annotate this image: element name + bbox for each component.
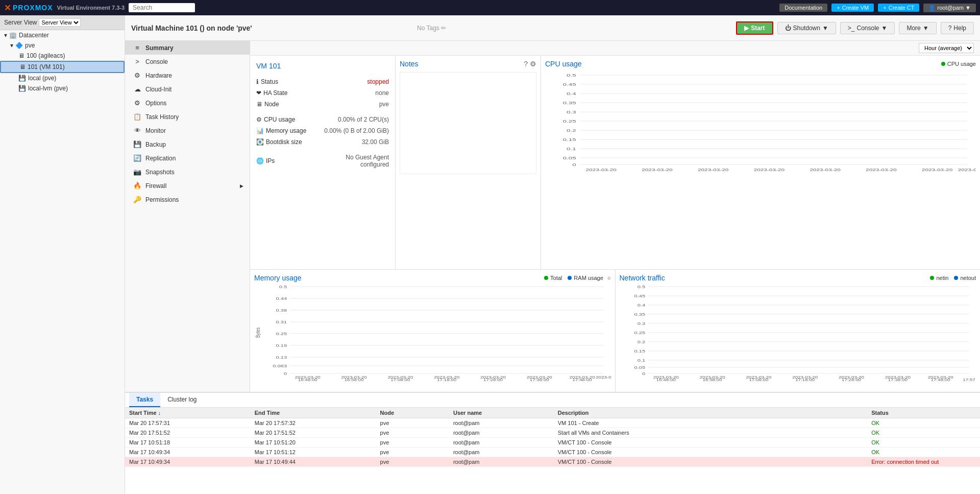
- nav-item-firewall[interactable]: 🔥 Firewall: [125, 179, 250, 193]
- server-view-select[interactable]: Server View: [39, 18, 81, 27]
- panels-bottom: Memory usage Total RAM usage ○: [250, 269, 980, 392]
- memory-chart-title: Memory usage: [254, 274, 302, 282]
- monitor-nav-icon: 👁: [133, 127, 141, 134]
- tasks-bar: Tasks Cluster log Start Time ↓ End Time …: [125, 392, 980, 494]
- ram-legend-label: RAM usage: [574, 275, 603, 281]
- documentation-button[interactable]: Documentation: [779, 4, 827, 12]
- tree-expand-icon: ▾: [4, 32, 7, 39]
- help-button[interactable]: ? Help: [941, 22, 974, 34]
- sidebar-item-datacenter[interactable]: ▾ 🏢 Datacenter: [0, 30, 125, 40]
- task-end-2: Mar 20 17:51:52: [255, 430, 380, 436]
- svg-text:0.5: 0.5: [637, 285, 645, 289]
- nav-item-hardware[interactable]: ⚙ Hardware: [125, 68, 250, 82]
- more-button[interactable]: More ▼: [899, 22, 936, 34]
- memory-toggle-icon[interactable]: ○: [607, 275, 611, 281]
- svg-text:0.15: 0.15: [634, 349, 645, 354]
- create-vm-button[interactable]: + Create VM: [831, 4, 874, 12]
- svg-text:0: 0: [284, 371, 287, 376]
- start-button[interactable]: ▶ Start: [736, 21, 773, 35]
- task-desc-5: VM/CT 100 - Console: [558, 459, 871, 465]
- col-start-time[interactable]: Start Time ↓: [129, 410, 255, 416]
- cluster-log-tab[interactable]: Cluster log: [160, 393, 204, 407]
- tasks-tab[interactable]: Tasks: [129, 393, 160, 407]
- vm-info-row-ips: 🌐 IPs No Guest Agent configured: [256, 152, 389, 170]
- table-row[interactable]: Mar 20 17:51:52 Mar 20 17:51:52 pve root…: [125, 428, 980, 438]
- nav-item-cloud-init[interactable]: ☁ Cloud-Init: [125, 82, 250, 96]
- nav-item-snapshots[interactable]: 📷 Snapshots: [125, 165, 250, 179]
- ha-value: none: [315, 89, 389, 97]
- nav-item-replication[interactable]: 🔄 Replication: [125, 151, 250, 165]
- total-legend-label: Total: [550, 275, 562, 281]
- task-end-3: Mar 17 10:51:20: [255, 439, 380, 445]
- table-row[interactable]: Mar 17 10:49:34 Mar 17 10:49:44 pve root…: [125, 457, 980, 467]
- svg-text:0.1: 0.1: [567, 147, 576, 151]
- proxmox-logo-text: PROXMOX: [13, 4, 53, 12]
- task-status-4: OK: [871, 449, 976, 455]
- table-row[interactable]: Mar 17 10:51:18 Mar 17 10:51:20 pve root…: [125, 438, 980, 448]
- user-menu-button[interactable]: 👤 root@pam ▼: [923, 4, 976, 12]
- edit-tags-icon: ✏: [441, 25, 446, 32]
- sidebar-item-101[interactable]: 🖥 101 (VM 101): [0, 61, 125, 73]
- task-node-4: pve: [380, 449, 453, 455]
- cpu-legend-label: CPU usage: [947, 61, 976, 67]
- nav-label-backup: Backup: [145, 141, 166, 148]
- nav-item-console[interactable]: > Console: [125, 55, 250, 68]
- console-button[interactable]: >_ Console ▼: [840, 22, 895, 34]
- nav-item-backup[interactable]: 💾 Backup: [125, 137, 250, 151]
- memory-icon: 📊: [256, 127, 264, 134]
- sidebar-item-local[interactable]: 💾 local (pve): [0, 73, 125, 83]
- svg-text:0: 0: [642, 371, 646, 376]
- nav-item-task-history[interactable]: 📋 Task History: [125, 110, 250, 124]
- svg-text:0.38: 0.38: [276, 308, 287, 313]
- tags-area[interactable]: No Tags ✏: [417, 25, 446, 32]
- sidebar-item-pve[interactable]: ▾ 🔷 pve: [0, 40, 125, 51]
- notes-help-icon[interactable]: ?: [524, 60, 528, 68]
- right-panels: Hour (average) VM 101 ℹ Status: [250, 41, 980, 392]
- task-user-1: root@pam: [453, 420, 558, 426]
- task-node-1: pve: [380, 420, 453, 426]
- task-start-1: Mar 20 17:57:31: [129, 420, 255, 426]
- create-ct-button[interactable]: + Create CT: [878, 4, 919, 12]
- vm-info-panel: VM 101 ℹ Status stopped ❤: [250, 56, 396, 269]
- sidebar-item-100[interactable]: 🖥 100 (agileacs): [0, 51, 125, 61]
- nav-item-permissions[interactable]: 🔑 Permissions: [125, 193, 250, 206]
- vm-info-row-cpu: ⚙ CPU usage 0.00% of 2 CPU(s): [256, 114, 389, 125]
- memory-chart-svg: 0.5 0.44 0.38 0.31 0.25 0.19 0.13 0.063 …: [254, 284, 611, 381]
- sidebar-item-local-lvm[interactable]: 💾 local-lvm (pve): [0, 83, 125, 93]
- table-row[interactable]: Mar 17 10:49:34 Mar 17 10:51:12 pve root…: [125, 448, 980, 457]
- nav-item-monitor[interactable]: 👁 Monitor: [125, 124, 250, 137]
- node-label: 🖥 Node: [256, 101, 312, 108]
- task-start-4: Mar 17 10:49:34: [129, 449, 255, 455]
- tasks-tabs: Tasks Cluster log: [125, 393, 980, 408]
- notes-edit-icon[interactable]: ⚙: [530, 60, 536, 68]
- ha-icon: ❤: [256, 89, 261, 97]
- shutdown-dropdown-icon: ▼: [822, 25, 828, 32]
- task-start-3: Mar 17 10:51:18: [129, 439, 255, 445]
- shutdown-button[interactable]: ⏻ Shutdown ▼: [777, 22, 836, 34]
- table-row[interactable]: Mar 20 17:57:31 Mar 20 17:57:32 pve root…: [125, 418, 980, 428]
- task-user-2: root@pam: [453, 430, 558, 436]
- task-user-4: root@pam: [453, 449, 558, 455]
- notes-icons: ? ⚙: [524, 60, 536, 68]
- vm101-icon: 🖥: [19, 63, 26, 70]
- svg-text:0.15: 0.15: [563, 137, 576, 142]
- col-user: User name: [453, 410, 558, 416]
- nav-item-options[interactable]: ⚙ Options: [125, 96, 250, 110]
- svg-text:17:08:00: 17:08:00: [390, 378, 410, 381]
- hardware-nav-icon: ⚙: [133, 72, 141, 79]
- hour-selector[interactable]: Hour (average): [919, 43, 974, 53]
- cpu-value: 0.00% of 2 CPU(s): [315, 116, 389, 123]
- nav-label-summary: Summary: [145, 44, 174, 52]
- bootdisk-icon: 💽: [256, 138, 264, 146]
- ips-icon: 🌐: [256, 157, 264, 164]
- memory-label: 📊 Memory usage: [256, 127, 312, 134]
- nav-item-summary[interactable]: ≡ Summary: [125, 41, 250, 55]
- topbar: ✕ PROXMOX Virtual Environment 7.3-3 Docu…: [0, 0, 980, 15]
- svg-text:0.05: 0.05: [563, 156, 576, 160]
- task-end-5: Mar 17 10:49:44: [255, 459, 380, 465]
- search-input[interactable]: [129, 3, 195, 12]
- cpu-chart-svg: 0.5 0.45 0.4 0.35 0.3 0.25 0.2 0.15 0.1 …: [545, 70, 976, 172]
- backup-nav-icon: 💾: [133, 140, 141, 148]
- svg-text:17:48:00: 17:48:00: [930, 378, 950, 381]
- cpu-chart-header: CPU usage CPU usage: [545, 60, 976, 68]
